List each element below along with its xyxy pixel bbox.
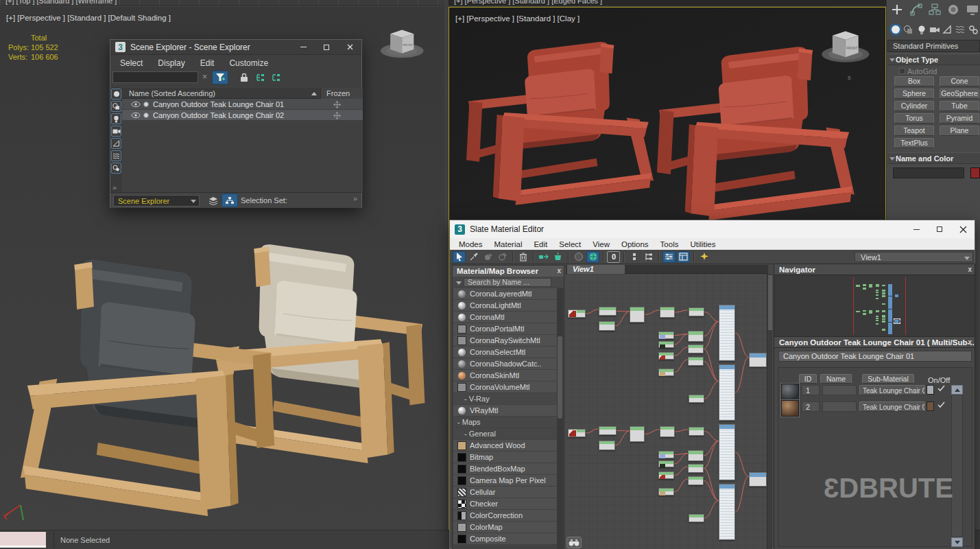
primitive-category-dropdown[interactable]: Standard Primitives xyxy=(887,40,980,52)
lights-category-icon[interactable] xyxy=(916,23,928,36)
primitive-button-cone[interactable]: Cone xyxy=(940,76,979,86)
display-lights-icon[interactable] xyxy=(111,113,121,124)
panel-toggle-icon[interactable] xyxy=(677,251,690,263)
close-panel-icon[interactable]: x xyxy=(557,267,561,274)
display-cameras-icon[interactable] xyxy=(111,126,121,137)
navigator-map[interactable] xyxy=(775,276,975,336)
object-color-swatch[interactable] xyxy=(970,167,980,178)
top-viewport-strip[interactable]: [+] [Top ] [Standard ] [Wireframe ] xyxy=(0,0,444,6)
menu-customize[interactable]: Customize xyxy=(229,58,268,68)
material-list-item[interactable]: VRayMtl xyxy=(453,405,558,416)
primitive-button-torus[interactable]: Torus xyxy=(894,113,934,124)
name-column-button[interactable]: Name xyxy=(820,374,852,384)
slate-menu-options[interactable]: Options xyxy=(621,240,649,248)
scene-explorer-titlebar[interactable]: 3 Scene Explorer - Scene Explorer xyxy=(110,40,361,55)
scrollbar-thumb[interactable] xyxy=(768,275,772,330)
material-list-item[interactable]: CoronaPortalMtl xyxy=(453,323,558,334)
material-list-item[interactable]: CoronaSelectMtl xyxy=(453,347,558,358)
material-node[interactable] xyxy=(719,484,735,540)
scrollbar-thumb[interactable] xyxy=(558,336,562,419)
modify-tab-icon[interactable] xyxy=(909,1,922,18)
show-map-in-viewport-off-icon[interactable] xyxy=(572,251,585,263)
name-color-rollout[interactable]: Name and Color xyxy=(887,152,980,164)
object-name[interactable]: Canyon Outdoor Teak Lounge Chair 02 xyxy=(153,111,284,119)
create-tab-icon[interactable] xyxy=(890,1,904,18)
table-row[interactable]: Canyon Outdoor Teak Lounge Chair 01 xyxy=(122,99,363,110)
material-node[interactable] xyxy=(658,369,674,376)
material-list-item[interactable]: Camera Map Per Pixel xyxy=(453,475,558,486)
pick-material-icon[interactable] xyxy=(481,251,494,263)
top-right-viewport-strip[interactable]: [+] [Perspective ] [Standard ] [Edged Fa… xyxy=(449,0,886,6)
material-node[interactable] xyxy=(599,307,617,316)
material-node[interactable] xyxy=(688,344,704,353)
primitive-button-cylinder[interactable]: Cylinder xyxy=(894,101,934,111)
material-list-item[interactable]: CoronaSkinMtl xyxy=(453,370,558,381)
material-parameters-toggle-icon[interactable] xyxy=(662,251,676,263)
slate-menu-utilities[interactable]: Utilities xyxy=(690,240,715,248)
object-type-rollout[interactable]: Object Type xyxy=(887,54,980,65)
layout-children-icon[interactable] xyxy=(642,251,655,263)
maximize-button[interactable] xyxy=(315,40,338,55)
browser-scrollbar[interactable] xyxy=(557,288,563,549)
material-node[interactable] xyxy=(719,364,735,421)
scene-explorer-window[interactable]: 3 Scene Explorer - Scene Explorer Select… xyxy=(110,39,362,208)
display-geometry-icon[interactable] xyxy=(111,101,121,112)
name-column-header[interactable]: Name (Sorted Ascending) xyxy=(129,89,215,97)
canvas-scrollbar[interactable] xyxy=(767,274,772,549)
browser-options-arrow-icon[interactable] xyxy=(456,281,462,285)
geometry-category-icon[interactable] xyxy=(889,23,902,36)
material-node[interactable] xyxy=(749,353,767,367)
scroll-down-button[interactable] xyxy=(951,537,963,547)
material-node[interactable] xyxy=(568,309,586,318)
hierarchy-view-icon[interactable] xyxy=(222,194,238,207)
id-column-button[interactable]: ID xyxy=(799,374,817,384)
material-node[interactable] xyxy=(630,307,645,323)
slate-menu-modes[interactable]: Modes xyxy=(459,240,483,248)
submaterial-name-field[interactable] xyxy=(822,385,857,395)
spacewarps-category-icon[interactable] xyxy=(954,23,966,36)
material-node[interactable] xyxy=(658,341,674,348)
minimize-button[interactable] xyxy=(291,40,315,55)
shapes-category-icon[interactable] xyxy=(903,23,915,36)
put-to-library-icon[interactable] xyxy=(551,251,564,263)
material-group-header[interactable]: - V-Ray xyxy=(453,393,558,404)
material-node[interactable] xyxy=(630,426,645,442)
material-node[interactable] xyxy=(660,307,675,318)
lock-icon[interactable] xyxy=(236,71,252,84)
material-list-item[interactable]: Advanced Wood xyxy=(453,440,558,451)
pick-material-object-icon[interactable] xyxy=(496,251,509,263)
material-node[interactable] xyxy=(658,488,674,495)
browser-title[interactable]: Material/Map Browser x xyxy=(453,266,564,277)
primitive-button-box[interactable]: Box xyxy=(894,76,934,86)
display-bones-icon[interactable] xyxy=(111,163,121,174)
footer-overflow-chevron[interactable]: » xyxy=(353,194,357,202)
show-map-in-viewport-on-icon[interactable] xyxy=(586,251,599,263)
material-list-item[interactable]: BlendedBoxMap xyxy=(453,463,558,474)
maximize-button[interactable] xyxy=(928,220,951,238)
node-canvas[interactable] xyxy=(564,274,767,549)
primitive-button-geosphere[interactable]: GeoSphere xyxy=(940,89,979,99)
show-end-result-icon[interactable]: 0 xyxy=(607,251,620,263)
material-list-item[interactable]: ColorCorrection xyxy=(453,510,558,521)
display-all-icon[interactable] xyxy=(111,89,121,100)
frozen-column-header[interactable]: Frozen xyxy=(320,88,363,99)
primitive-button-pyramid[interactable]: Pyramid xyxy=(940,113,979,124)
material-node[interactable] xyxy=(688,450,704,461)
submaterial-preview[interactable] xyxy=(781,400,799,417)
frozen-toggle-icon[interactable] xyxy=(333,101,341,110)
material-group-header[interactable]: - General xyxy=(453,428,558,439)
slate-material-editor-window[interactable]: 3 Slate Material Editor ModesMaterialEdi… xyxy=(449,220,975,549)
material-list-item[interactable]: CoronaLayeredMtl xyxy=(453,288,558,299)
material-node[interactable] xyxy=(688,357,704,366)
viewport-label[interactable]: [+] [Perspective ] [Standard ] [Clay ] xyxy=(455,14,579,23)
close-panel-icon[interactable]: x xyxy=(968,266,972,273)
material-list-item[interactable]: CoronaShadowCatc.. xyxy=(453,358,558,369)
material-node[interactable] xyxy=(658,451,674,458)
clear-search-icon[interactable]: × xyxy=(202,72,207,82)
material-node[interactable] xyxy=(688,476,704,485)
material-node[interactable] xyxy=(719,424,735,480)
material-name-field[interactable]: Canyon Outdoor Teak Lounge Chair 01 xyxy=(778,351,972,362)
material-node[interactable] xyxy=(599,426,617,435)
menu-select[interactable]: Select xyxy=(120,58,143,68)
material-node[interactable] xyxy=(749,472,767,487)
